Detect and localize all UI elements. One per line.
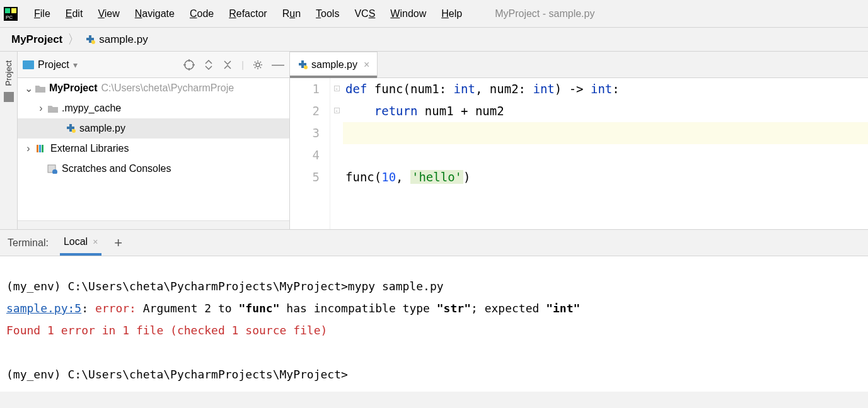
fold-marker-icon[interactable]: - [334,108,340,113]
fold-gutter: - - [330,78,343,229]
terminal-line: (my_env) C:\Users\cheta\PycharmProjects\… [6,363,862,385]
terminal-line [6,341,862,363]
code-content[interactable]: def func(num1: int, num2: int) -> int: r… [343,78,868,229]
terminal-panel: Terminal: Local × + (my_env) C:\Users\ch… [0,229,868,392]
menu-view[interactable]: View [90,6,127,22]
terminal-tab-label: Local [64,236,88,247]
menu-window[interactable]: Window [383,6,434,22]
file-link[interactable]: sample.py:5 [6,302,81,315]
rail-project-label[interactable]: Project [4,60,13,86]
tree-root-path: C:\Users\cheta\PycharmProje [101,82,234,94]
add-terminal-icon[interactable]: + [114,235,122,251]
svg-rect-14 [37,145,38,152]
chevron-right-icon[interactable]: › [24,143,33,154]
project-view-icon [23,60,34,69]
rail-bookmark-icon[interactable] [4,92,14,102]
tree-root[interactable]: ⌄ MyProject C:\Users\cheta\PycharmProje [18,78,289,98]
left-tool-rail: Project [0,52,18,229]
menu-navigate[interactable]: Navigate [127,6,182,22]
tree-libs-label: External Libraries [50,143,129,154]
menu-tools[interactable]: Tools [308,6,347,22]
collapse-all-icon[interactable] [223,60,233,70]
chevron-down-icon[interactable]: ⌄ [24,82,33,94]
svg-point-7 [185,60,194,69]
menu-refactor[interactable]: Refactor [221,6,274,22]
tree-sample-file[interactable]: sample.py [18,118,289,139]
breadcrumb-project[interactable]: MyProject [11,33,62,46]
tree-mypy-cache[interactable]: › .mypy_cache [18,98,289,118]
menu-vcs[interactable]: VCS [347,6,383,22]
project-panel-title[interactable]: Project [38,59,69,71]
line-gutter: 1 2 3 4 5 [290,78,330,229]
terminal-output[interactable]: (my_env) C:\Users\cheta\PycharmProjects\… [0,256,868,392]
svg-rect-6 [23,60,34,69]
tree-mypy-label: .mypy_cache [62,103,121,114]
menu-bar: PC File Edit View Navigate Code Refactor… [0,0,868,28]
tree-scratches-label: Scratches and Consoles [62,163,171,174]
svg-point-19 [304,65,308,69]
menu-edit[interactable]: Edit [58,6,91,22]
hide-panel-icon[interactable]: — [272,57,284,72]
terminal-tab-local[interactable]: Local × [60,236,101,256]
folder-icon [35,84,45,93]
terminal-label: Terminal: [8,237,49,249]
terminal-tabbar: Terminal: Local × + [0,230,868,256]
menu-run[interactable]: Run [275,6,308,22]
scratches-icon [47,164,58,174]
gear-icon[interactable] [253,60,263,70]
chevron-right-icon[interactable]: › [37,103,45,114]
terminal-line: (my_env) C:\Users\cheta\PycharmProjects\… [6,275,862,297]
project-view-dropdown-icon[interactable]: ▾ [73,60,78,70]
python-file-icon [66,123,77,134]
svg-rect-16 [42,145,43,152]
svg-point-5 [91,40,95,44]
svg-point-12 [256,63,260,67]
svg-text:PC: PC [6,14,13,20]
editor-tab-label: sample.py [311,59,357,71]
tree-root-name: MyProject [49,82,97,94]
app-icon: PC [4,7,18,21]
library-icon [35,144,47,154]
editor-area: sample.py × 1 2 3 4 5 - - def func(num1:… [290,52,868,229]
python-file-icon [85,34,96,45]
breadcrumb: MyProject 〉 sample.py [0,28,868,52]
project-panel-header: Project ▾ | — [18,52,289,78]
svg-point-13 [72,129,76,133]
editor-tabbar: sample.py × [290,52,868,78]
terminal-line: Found 1 error in 1 file (checked 1 sourc… [6,319,862,341]
python-file-icon [298,59,309,71]
menu-help[interactable]: Help [434,6,470,22]
svg-rect-15 [39,145,41,152]
menu-file[interactable]: File [26,6,58,22]
tree-scratches[interactable]: Scratches and Consoles [18,159,289,179]
breadcrumb-file[interactable]: sample.py [99,33,148,46]
locate-icon[interactable] [183,59,195,71]
menu-code[interactable]: Code [182,6,221,22]
fold-marker-icon[interactable]: - [334,86,340,91]
breadcrumb-sep: 〉 [67,31,80,48]
window-title: MyProject - sample.py [495,8,594,20]
panel-resize-handle[interactable] [18,220,289,229]
svg-rect-1 [5,8,10,13]
svg-rect-2 [11,8,16,13]
project-tree: ⌄ MyProject C:\Users\cheta\PycharmProje … [18,78,289,220]
tree-external-libs[interactable]: › External Libraries [18,139,289,159]
close-tab-icon[interactable]: × [364,59,369,71]
expand-all-icon[interactable] [204,60,214,70]
tree-sample-label: sample.py [79,123,125,134]
folder-icon [48,105,58,113]
close-terminal-tab-icon[interactable]: × [93,237,98,247]
code-editor[interactable]: 1 2 3 4 5 - - def func(num1: int, num2: … [290,78,868,229]
terminal-line: sample.py:5: error: Argument 2 to "func"… [6,297,862,319]
editor-tab-sample[interactable]: sample.py × [290,52,378,77]
project-panel: Project ▾ | — ⌄ MyProject C:\Users\cheta… [18,52,290,229]
